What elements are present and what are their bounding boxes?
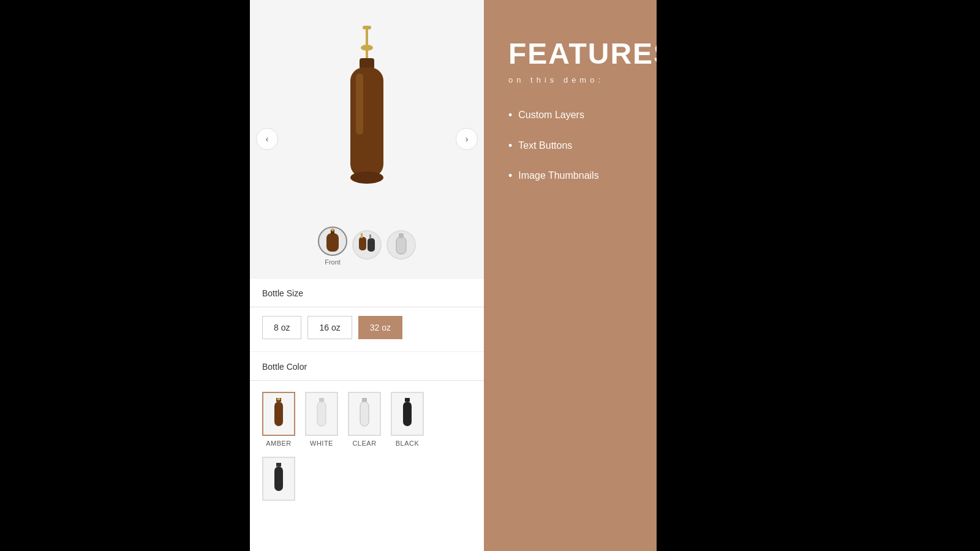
- thumbnail-group-1: [352, 230, 382, 262]
- thumbnail-2[interactable]: [386, 230, 416, 260]
- bottle-size-title: Bottle Size: [262, 288, 472, 298]
- product-image: [312, 18, 422, 214]
- svg-rect-16: [399, 233, 404, 238]
- feature-text-0: Custom Layers: [518, 109, 584, 122]
- svg-rect-11: [359, 237, 366, 250]
- color-swatch-dark: [262, 457, 295, 501]
- svg-rect-8: [326, 233, 339, 252]
- svg-rect-5: [350, 67, 383, 178]
- color-label-white: WHITE: [310, 440, 333, 447]
- bottle-color-section: Bottle Color AMBER: [250, 351, 484, 514]
- color-swatch-black: [391, 392, 424, 436]
- bottle-color-title: Bottle Color: [262, 362, 472, 372]
- color-option-clear[interactable]: CLEAR: [348, 392, 381, 447]
- color-label-amber: AMBER: [266, 440, 292, 447]
- svg-rect-10: [331, 228, 334, 231]
- image-viewer: ‹ ›: [250, 0, 484, 278]
- svg-rect-6: [356, 73, 363, 135]
- mini-bottle-black: [399, 398, 416, 430]
- next-image-button[interactable]: ›: [456, 128, 478, 150]
- thumbnail-clear-icon: [392, 232, 410, 258]
- feature-item-1: • Text Buttons: [508, 140, 632, 153]
- color-option-dark[interactable]: [262, 457, 295, 504]
- thumbnail-1[interactable]: [352, 230, 382, 260]
- thumbnail-group-icon: [358, 232, 376, 258]
- size-btn-16oz[interactable]: 16 oz: [307, 316, 352, 339]
- color-swatch-amber: [262, 392, 295, 436]
- feature-item-0: • Custom Layers: [508, 109, 632, 122]
- mini-bottle-white: [313, 398, 330, 430]
- color-option-amber[interactable]: AMBER: [262, 392, 295, 447]
- thumbnail-bottle-icon: [323, 228, 342, 254]
- features-title: FEATURES: [508, 37, 632, 70]
- svg-rect-20: [319, 398, 324, 402]
- svg-rect-15: [396, 237, 406, 254]
- color-swatch-white: [305, 392, 338, 436]
- left-black-panel: [0, 0, 250, 551]
- color-swatch-clear: [348, 392, 381, 436]
- svg-rect-23: [360, 402, 369, 426]
- product-panel: ‹ ›: [250, 0, 484, 551]
- thumbnail-list: Front: [318, 227, 416, 266]
- svg-rect-13: [361, 233, 363, 238]
- right-black-panel: [657, 0, 980, 551]
- bottle-size-section: Bottle Size 8 oz 16 oz 32 oz: [250, 278, 484, 351]
- svg-point-7: [350, 171, 383, 184]
- svg-rect-18: [277, 398, 281, 400]
- feature-bullet-0: •: [508, 109, 512, 122]
- feature-bullet-1: •: [508, 140, 512, 153]
- svg-rect-27: [274, 467, 283, 491]
- prev-image-button[interactable]: ‹: [256, 128, 278, 150]
- size-btn-32oz[interactable]: 32 oz: [358, 316, 402, 339]
- svg-rect-25: [403, 402, 412, 426]
- thumbnail-group-0: Front: [318, 227, 347, 266]
- color-option-black[interactable]: BLACK: [391, 392, 424, 447]
- color-label-clear: CLEAR: [352, 440, 376, 447]
- bottle-svg: [327, 24, 407, 208]
- feature-bullet-2: •: [508, 170, 512, 183]
- feature-text-2: Image Thumbnails: [518, 170, 598, 182]
- svg-rect-21: [317, 402, 326, 426]
- thumbnail-group-2: [386, 230, 416, 262]
- color-option-white[interactable]: WHITE: [305, 392, 338, 447]
- svg-rect-14: [369, 234, 371, 239]
- chevron-right-icon: ›: [466, 134, 469, 144]
- mini-bottle-amber: [270, 398, 287, 430]
- thumbnail-0[interactable]: [318, 227, 347, 256]
- svg-rect-12: [368, 238, 375, 252]
- mini-bottle-dark: [270, 463, 287, 495]
- chevron-left-icon: ‹: [266, 134, 269, 144]
- feature-item-2: • Image Thumbnails: [508, 170, 632, 183]
- svg-rect-24: [405, 398, 410, 402]
- svg-rect-26: [276, 463, 281, 467]
- color-label-black: BLACK: [396, 440, 420, 447]
- svg-rect-22: [362, 398, 367, 402]
- color-options: AMBER WHITE: [262, 392, 472, 447]
- size-options: 8 oz 16 oz 32 oz: [262, 316, 472, 339]
- features-subtitle: on this demo:: [508, 75, 632, 84]
- thumbnail-label-0: Front: [325, 258, 341, 266]
- feature-text-1: Text Buttons: [518, 140, 572, 152]
- features-panel: FEATURES on this demo: • Custom Layers •…: [484, 0, 657, 551]
- mini-bottle-clear: [356, 398, 373, 430]
- size-btn-8oz[interactable]: 8 oz: [262, 316, 301, 339]
- svg-rect-19: [274, 402, 283, 426]
- extra-color-options: [262, 457, 472, 504]
- svg-rect-0: [363, 26, 371, 29]
